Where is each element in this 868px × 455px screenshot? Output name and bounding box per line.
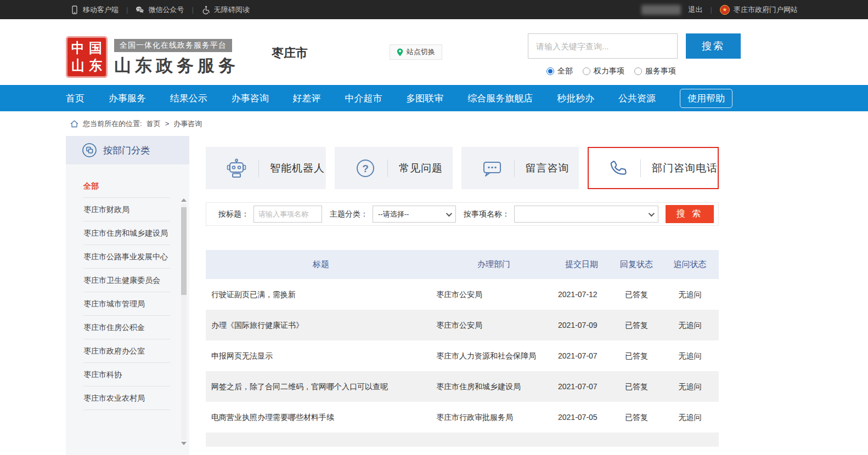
- topic-select-value: --请选择--: [378, 209, 409, 219]
- tab-label: 常见问题: [399, 161, 443, 175]
- nav-item[interactable]: 办事服务: [109, 92, 146, 105]
- main-content: 智能机器人 ? 常见问题 留言咨询 部门咨: [206, 136, 719, 455]
- row-title-link[interactable]: [206, 433, 436, 447]
- table-row: 电商营业执照办理需要哪些材料手续 枣庄市行政审批服务局 2021-07-05 已…: [206, 402, 719, 433]
- table-row: 申报网页无法显示 枣庄市人力资源和社会保障局 2021-07-07 已答复 无追…: [206, 340, 719, 371]
- row-department: 枣庄市行政审批服务局: [436, 402, 551, 433]
- row-date: 2021-07-12: [551, 279, 612, 310]
- topbar-separator: |: [711, 5, 712, 14]
- nav-item[interactable]: 使用帮助: [680, 89, 732, 108]
- scrollbar-down-arrow-icon[interactable]: [181, 442, 187, 445]
- tab-smart-robot[interactable]: 智能机器人: [206, 147, 326, 189]
- tab-department-phone[interactable]: 部门咨询电话: [588, 147, 719, 189]
- topbar: 移动客户端 | 微信公众号 | 无障碍阅读 退出 | ★ 枣庄市政府门户网站: [0, 0, 868, 19]
- mobile-phone-icon: [70, 5, 79, 14]
- tab-message-consult[interactable]: 留言咨询: [461, 147, 579, 189]
- row-department: 枣庄市住房和城乡建设局: [436, 371, 551, 402]
- nav-item[interactable]: 办事咨询: [232, 92, 269, 105]
- department-item[interactable]: 枣庄市财政局: [83, 198, 170, 221]
- row-title-link[interactable]: 办理《国际旅行健康证书》: [206, 310, 436, 340]
- scope-radio-all[interactable]: 全部: [546, 66, 573, 76]
- row-date: 2021-07-09: [551, 310, 612, 340]
- department-item[interactable]: 枣庄市城市管理局: [83, 292, 170, 316]
- scrollbar-track[interactable]: [181, 204, 187, 440]
- nav-item[interactable]: 公共资源: [618, 92, 656, 105]
- department-item[interactable]: 枣庄市住房公积金: [83, 316, 170, 339]
- topic-select[interactable]: --请选择--: [373, 206, 456, 223]
- site-switch-label: 站点切换: [407, 47, 435, 57]
- row-title-link[interactable]: 申报网页无法显示: [206, 340, 436, 371]
- item-name-select[interactable]: [514, 206, 658, 223]
- department-item[interactable]: 全部: [83, 174, 170, 198]
- logout-link[interactable]: 退出: [689, 5, 703, 15]
- sidebar-scrollbar[interactable]: [181, 198, 187, 445]
- department-item[interactable]: 枣庄市科协: [83, 363, 170, 386]
- row-followup-status: 无追问: [661, 371, 719, 402]
- nav-item[interactable]: 多图联审: [406, 92, 443, 105]
- nav-item[interactable]: 结果公示: [170, 92, 207, 105]
- svg-text:?: ?: [362, 163, 369, 174]
- national-emblem-icon: ★: [720, 5, 730, 15]
- scope-label: 全部: [557, 66, 573, 76]
- portal-link[interactable]: ★ 枣庄市政府门户网站: [720, 5, 798, 15]
- scrollbar-thumb[interactable]: [181, 207, 187, 295]
- breadcrumb-home-link[interactable]: 首页: [146, 119, 161, 129]
- department-item[interactable]: 枣庄市卫生健康委员会: [83, 269, 170, 292]
- department-item[interactable]: 枣庄市农业农村局: [83, 386, 170, 410]
- radio-icon: [634, 67, 642, 75]
- row-department: 枣庄市公安局: [436, 310, 551, 340]
- sidebar-header: 按部门分类: [66, 136, 189, 164]
- row-date: 2021-07-07: [551, 371, 612, 402]
- scope-label: 权力事项: [594, 66, 624, 76]
- breadcrumb-prefix: 您当前所在的位置:: [83, 119, 142, 129]
- tab-divider: [640, 160, 641, 177]
- row-title-link[interactable]: 网签之后，除了合同二维码，官网哪个入口可以查呢: [206, 371, 436, 402]
- scrollbar-up-arrow-icon[interactable]: [181, 198, 187, 202]
- site-header: 中国 山东 全国一体化在线政务服务平台 山东政务服务 枣庄市 站点切换 搜索: [0, 19, 868, 85]
- tab-label: 部门咨询电话: [652, 161, 718, 175]
- nav-item[interactable]: 好差评: [293, 92, 321, 105]
- scope-radio-power[interactable]: 权力事项: [583, 66, 624, 76]
- wechat-link[interactable]: 微信公众号: [136, 5, 184, 15]
- department-item[interactable]: 枣庄市公路事业发展中心: [83, 245, 170, 269]
- department-sidebar: 按部门分类 全部枣庄市财政局枣庄市住房和城乡建设局枣庄市公路事业发展中心枣庄市卫…: [66, 136, 189, 455]
- nav-item[interactable]: 首页: [66, 92, 84, 105]
- china-shandong-seal-icon: 中国 山东: [66, 36, 108, 78]
- filter-title-input[interactable]: [253, 206, 322, 223]
- nav-item[interactable]: 中介超市: [345, 92, 382, 105]
- accessibility-icon: [201, 5, 210, 14]
- consultation-table: 标题 办理部门 提交日期 回复状态 追问状态 行驶证副页已满，需换新 枣庄市公安…: [206, 250, 719, 447]
- row-title-link[interactable]: 行驶证副页已满，需换新: [206, 279, 436, 310]
- accessibility-link[interactable]: 无障碍阅读: [201, 5, 250, 15]
- department-item[interactable]: 枣庄市住房和城乡建设局: [83, 221, 170, 245]
- row-title-link[interactable]: 电商营业执照办理需要哪些材料手续: [206, 402, 436, 433]
- filter-search-button[interactable]: 搜 索: [666, 205, 714, 223]
- tab-faq[interactable]: ? 常见问题: [335, 147, 453, 189]
- keyword-search-input[interactable]: [528, 33, 678, 59]
- row-followup-status: 无追问: [661, 402, 719, 433]
- nav-item[interactable]: 综合服务旗舰店: [467, 92, 533, 105]
- row-date: [551, 433, 612, 447]
- city-name: 枣庄市: [272, 45, 308, 61]
- header-search-button[interactable]: 搜索: [686, 33, 741, 59]
- table-row: 办理《国际旅行健康证书》 枣庄市公安局 2021-07-09 已答复 无追问: [206, 310, 719, 340]
- site-logo[interactable]: 中国 山东 全国一体化在线政务服务平台 山东政务服务: [66, 36, 239, 78]
- row-reply-status: 已答复: [612, 371, 661, 402]
- portal-label: 枣庄市政府门户网站: [734, 5, 798, 15]
- row-reply-status: [612, 433, 661, 447]
- phone-icon: [607, 157, 629, 179]
- site-switch-button[interactable]: 站点切换: [390, 44, 442, 60]
- chevron-down-icon: [649, 210, 655, 216]
- logo-text: 全国一体化在线政务服务平台 山东政务服务: [114, 36, 239, 78]
- department-item[interactable]: 枣庄市政府办公室: [83, 339, 170, 363]
- scope-radio-service[interactable]: 服务事项: [634, 66, 676, 76]
- radio-icon: [546, 67, 554, 75]
- location-pin-icon: [397, 48, 403, 56]
- row-reply-status: 已答复: [612, 402, 661, 433]
- chevron-down-icon: [446, 210, 452, 216]
- mobile-client-link[interactable]: 移动客户端: [70, 5, 119, 15]
- row-reply-status: 已答复: [612, 310, 661, 340]
- table-row: 行驶证副页已满，需换新 枣庄市公安局 2021-07-12 已答复 无追问: [206, 279, 719, 310]
- tab-divider: [387, 160, 388, 177]
- nav-item[interactable]: 秒批秒办: [557, 92, 594, 105]
